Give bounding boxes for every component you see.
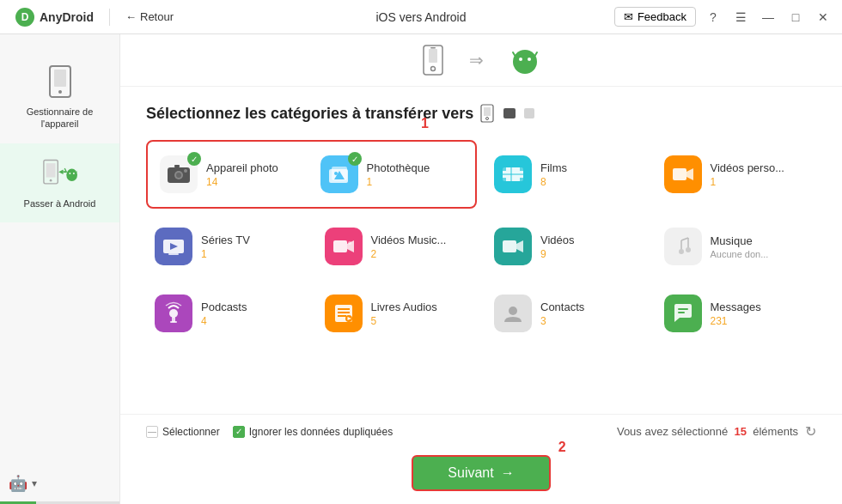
category-item-videos-music[interactable]: Vidéos Music... 2: [316, 217, 478, 276]
selected-group: ✓ Appareil photo 14: [146, 140, 477, 209]
svg-rect-16: [429, 49, 437, 63]
films-name: Films: [540, 161, 567, 174]
category-item-appareil-photo[interactable]: ✓ Appareil photo 14: [151, 145, 312, 203]
ignore-duplicates-checkbox-box: ✓: [233, 426, 245, 438]
svg-point-56: [686, 247, 691, 252]
category-item-musique[interactable]: Musique Aucune don...: [656, 217, 817, 276]
dropdown-arrow-icon[interactable]: ▾: [32, 477, 37, 489]
ios-device-icon: [423, 45, 443, 76]
svg-rect-61: [338, 308, 350, 310]
svg-rect-45: [673, 168, 686, 180]
svg-rect-39: [503, 167, 506, 171]
title-bar-left: D AnyDroid ← Retour: [9, 8, 174, 27]
maximize-button[interactable]: □: [785, 7, 806, 27]
phototheque-count: 1: [367, 176, 430, 188]
videos-music-name: Vidéos Music...: [371, 234, 447, 246]
messages-info: Messages 231: [711, 301, 761, 327]
svg-text:D: D: [21, 11, 29, 23]
ignore-duplicates-checkbox[interactable]: ✓ Ignorer les données dupliquées: [233, 426, 393, 438]
next-label: Suivant: [448, 465, 493, 481]
feedback-button[interactable]: ✉ Feedback: [614, 7, 696, 27]
category-item-contacts[interactable]: Contacts 3: [485, 284, 647, 343]
films-count: 8: [540, 176, 567, 188]
bottom-left: — Sélectionner ✓ Ignorer les données dup…: [146, 426, 393, 438]
transfer-bar: ⇒: [120, 34, 842, 87]
podcasts-name: Podcasts: [201, 301, 247, 313]
svg-rect-32: [174, 165, 180, 167]
selection-text-prefix: Vous avez sélectionné: [617, 425, 728, 438]
svg-rect-42: [520, 178, 523, 181]
videos-perso-icon: [664, 155, 702, 193]
category-item-phototheque[interactable]: ✓ Photothèque 1: [312, 145, 473, 203]
musique-name: Musique: [711, 234, 769, 247]
series-tv-count: 1: [201, 248, 250, 260]
category-item-series-tv[interactable]: Séries TV 1: [146, 217, 308, 276]
main-layout: Gestionnaire de l'appareil Pas: [0, 34, 842, 504]
next-button[interactable]: Suivant →: [412, 455, 550, 491]
title-bar-right: ✉ Feedback ? ☰ — □ ✕: [614, 7, 833, 27]
svg-line-22: [513, 52, 516, 57]
menu-button[interactable]: ☰: [730, 7, 751, 27]
appareil-photo-info: Appareil photo 14: [206, 161, 278, 188]
appareil-photo-count: 14: [206, 176, 278, 188]
refresh-icon[interactable]: ↻: [805, 423, 816, 440]
svg-point-55: [679, 249, 684, 254]
category-item-livres-audios[interactable]: Livres Audios 5: [316, 284, 478, 343]
svg-point-37: [334, 172, 338, 175]
svg-rect-28: [524, 108, 534, 118]
series-tv-info: Séries TV 1: [201, 234, 250, 260]
series-tv-name: Séries TV: [201, 234, 250, 246]
contacts-name: Contacts: [540, 301, 584, 313]
svg-marker-46: [686, 168, 693, 180]
sidebar-item-switch-android[interactable]: Passer à Android: [0, 143, 119, 222]
close-button[interactable]: ✕: [813, 7, 833, 27]
minimize-button[interactable]: —: [758, 7, 778, 27]
app-logo: D AnyDroid: [15, 8, 94, 27]
videos-perso-count: 1: [711, 176, 784, 188]
svg-rect-63: [338, 315, 346, 317]
musique-count: Aucune don...: [711, 249, 769, 259]
svg-rect-50: [333, 240, 347, 252]
help-button[interactable]: ?: [703, 7, 723, 27]
category-item-videos-perso[interactable]: Vidéos perso... 1: [656, 140, 817, 209]
videos-count: 9: [540, 248, 575, 260]
svg-rect-62: [338, 312, 350, 313]
livres-audios-count: 5: [371, 315, 437, 327]
svg-point-17: [430, 67, 435, 71]
podcasts-icon: [155, 295, 192, 332]
svg-point-52: [348, 241, 351, 245]
category-item-messages[interactable]: Messages 231: [656, 284, 817, 343]
svg-point-21: [528, 58, 531, 61]
category-item-podcasts[interactable]: Podcasts 4: [146, 284, 308, 343]
android-icon: 🤖: [9, 474, 27, 493]
category-item-films[interactable]: Films 8: [485, 140, 647, 209]
select-checkbox[interactable]: — Sélectionner: [146, 426, 220, 438]
svg-rect-68: [678, 312, 685, 313]
category-item-videos[interactable]: Vidéos 9: [485, 217, 647, 276]
contacts-icon: [494, 295, 532, 332]
svg-point-31: [176, 173, 181, 178]
videos-music-info: Vidéos Music... 2: [371, 234, 447, 260]
svg-point-12: [73, 173, 75, 174]
messages-name: Messages: [711, 301, 761, 313]
svg-point-26: [486, 118, 489, 120]
svg-point-7: [49, 179, 52, 181]
sidebar-bottom: 🤖 ▾: [0, 465, 119, 501]
transfer-arrow-icon: ⇒: [469, 50, 484, 70]
svg-point-33: [184, 169, 187, 173]
sidebar-item-device-manager[interactable]: Gestionnaire de l'appareil: [0, 52, 119, 143]
sidebar-item-device-manager-label: Gestionnaire de l'appareil: [9, 106, 111, 131]
svg-rect-67: [678, 308, 688, 310]
svg-rect-27: [503, 108, 516, 118]
livres-audios-icon: [325, 295, 363, 332]
bottom-bar: — Sélectionner ✓ Ignorer les données dup…: [120, 414, 842, 448]
bottom-right: Vous avez sélectionné 15 éléments ↻: [617, 423, 816, 440]
musique-info: Musique Aucune don...: [711, 234, 769, 259]
next-button-container: Suivant → 2: [120, 448, 842, 504]
svg-point-10: [66, 168, 77, 181]
back-label: Retour: [140, 10, 174, 23]
android-device-icon: [509, 45, 540, 76]
svg-point-20: [519, 58, 522, 61]
selection-count: 15: [735, 425, 747, 438]
back-button[interactable]: ← Retour: [125, 10, 174, 23]
